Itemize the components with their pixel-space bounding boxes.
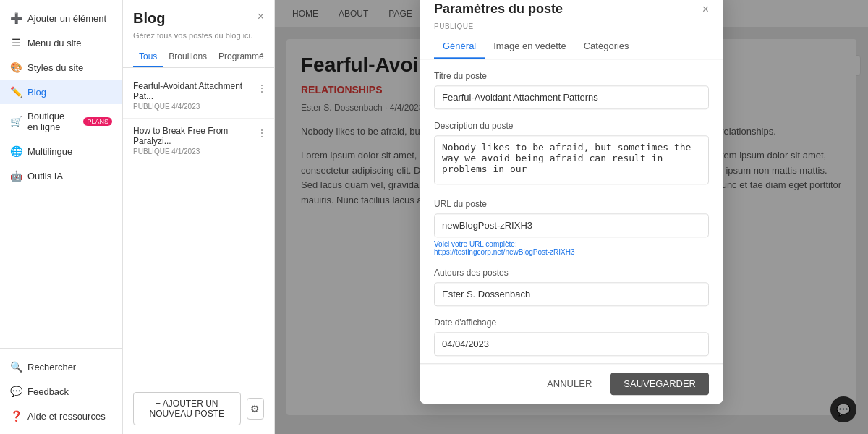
modal-close-button[interactable]: × [702,3,709,16]
add-post-button[interactable]: + AJOUTER UN NOUVEAU POSTE [133,392,241,425]
modal-title: Paramètres du poste [434,1,563,17]
form-group-url: URL du poste Voici votre URL complète: h… [434,199,709,256]
url-input[interactable] [434,213,709,237]
blog-post-meta: PUBLIQUE 4/1/2023 [133,148,264,156]
sidebar-item-ai[interactable]: 🤖 Outils IA [0,163,122,188]
cancel-button[interactable]: ANNULER [535,373,603,395]
blog-tab-all[interactable]: Tous [133,47,163,67]
blog-post-name: How to Break Free From Paralyzi... [133,126,264,146]
sidebar-item-label: Boutique en ligne [27,111,76,132]
blog-tabs: Tous Brouillons Programmé Publié [123,47,274,68]
form-group-title: Titre du poste [434,71,709,109]
blog-post-more-icon[interactable]: ⋮ [257,127,267,139]
sidebar: ➕ Ajouter un élément ☰ Menu du site 🎨 St… [0,0,123,434]
sidebar-item-feedback[interactable]: 💬 Feedback [0,379,122,404]
post-settings-modal: Paramètres du poste × PUBLIQUE Général I… [420,0,723,404]
sidebar-item-styles[interactable]: 🎨 Styles du site [0,55,122,80]
blog-panel-close-button[interactable]: × [258,10,264,23]
url-label: URL du poste [434,199,709,209]
blog-posts-list: Fearful-Avoidant Attachment Pat... PUBLI… [123,68,274,383]
blog-tab-scheduled[interactable]: Programmé [213,47,270,67]
sidebar-item-blog[interactable]: ✏️ Blog [0,80,122,104]
feedback-icon: 💬 [10,386,22,397]
authors-input[interactable] [434,282,709,306]
blog-panel: Blog × Gérez tous vos postes du blog ici… [123,0,275,434]
multilingual-icon: 🌐 [10,145,22,157]
sidebar-item-label: Blog [27,87,46,98]
title-label: Titre du poste [434,71,709,81]
sidebar-item-store[interactable]: 🛒 Boutique en ligne PLANS [0,104,122,139]
blog-panel-header: Blog × [123,0,274,31]
modal-tab-general[interactable]: Général [434,35,485,59]
sidebar-item-menu[interactable]: ☰ Menu du site [0,30,122,55]
save-button[interactable]: SAUVEGARDER [610,373,709,395]
url-helper: Voici votre URL complète: https://testin… [434,240,709,256]
date-label: Date d'affichage [434,318,709,328]
store-badge: PLANS [83,117,112,126]
sidebar-item-label: Menu du site [27,38,81,48]
modal-header: Paramètres du poste × [420,0,723,17]
sidebar-item-multilingual[interactable]: 🌐 Multilingue [0,139,122,163]
modal-tab-categories[interactable]: Catégories [575,35,638,59]
blog-post-name: Fearful-Avoidant Attachment Pat... [133,81,264,101]
settings-icon: ⚙ [250,403,260,414]
sidebar-item-add-element[interactable]: ➕ Ajouter un élément [0,6,122,30]
menu-icon: ☰ [10,37,22,48]
blog-post-item[interactable]: Fearful-Avoidant Attachment Pat... PUBLI… [123,74,274,119]
form-group-authors: Auteurs des postes [434,268,709,306]
styles-icon: 🎨 [10,61,22,73]
blog-panel-subtitle: Gérez tous vos postes du blog ici. [123,31,274,47]
store-icon: 🛒 [10,116,22,127]
blog-post-meta: PUBLIQUE 4/4/2023 [133,103,264,111]
form-group-date: Date d'affichage [434,318,709,356]
description-wrapper: Nobody likes to be afraid, but sometimes… [434,135,709,187]
blog-tab-drafts[interactable]: Brouillons [163,47,213,67]
ai-icon: 🤖 [10,170,22,182]
sidebar-item-label: Aide et ressources [27,411,106,422]
blog-icon: ✏️ [10,86,22,98]
authors-label: Auteurs des postes [434,268,709,278]
add-element-icon: ➕ [10,12,22,24]
description-label: Description du poste [434,121,709,131]
help-icon: ❓ [10,410,22,422]
modal-footer: ANNULER SAUVEGARDER [420,363,723,404]
content-area: HOME ABOUT PAGE Changer l'arrière-plan ⚙… [275,0,868,434]
blog-post-item[interactable]: How to Break Free From Paralyzi... PUBLI… [123,119,274,163]
sidebar-item-label: Styles du site [27,62,83,73]
sidebar-item-search[interactable]: 🔍 Rechercher [0,354,122,379]
date-input[interactable] [434,332,709,356]
blog-panel-footer: + AJOUTER UN NOUVEAU POSTE ⚙ [123,383,274,434]
sidebar-item-label: Multilingue [27,146,72,157]
modal-body: Titre du poste Description du poste Nobo… [420,59,723,363]
blog-post-more-icon[interactable]: ⋮ [257,82,267,94]
sidebar-item-label: Outils IA [27,171,63,182]
sidebar-item-label: Feedback [27,386,69,397]
sidebar-item-help[interactable]: ❓ Aide et ressources [0,404,122,428]
modal-badge: PUBLIQUE [420,22,723,30]
title-input[interactable] [434,85,709,109]
search-icon: 🔍 [10,361,22,373]
description-textarea[interactable]: Nobody likes to be afraid, but sometimes… [434,135,709,184]
main-area: Blog × Gérez tous vos postes du blog ici… [123,0,868,434]
blog-panel-title: Blog [133,10,165,27]
modal-tab-featured-image[interactable]: Image en vedette [485,35,574,59]
blog-settings-button[interactable]: ⚙ [247,398,264,420]
modal-tabs: Général Image en vedette Catégories [420,35,723,59]
sidebar-item-label: Ajouter un élément [27,13,106,24]
form-group-description: Description du poste Nobody likes to be … [434,121,709,187]
sidebar-item-label: Rechercher [27,362,76,373]
